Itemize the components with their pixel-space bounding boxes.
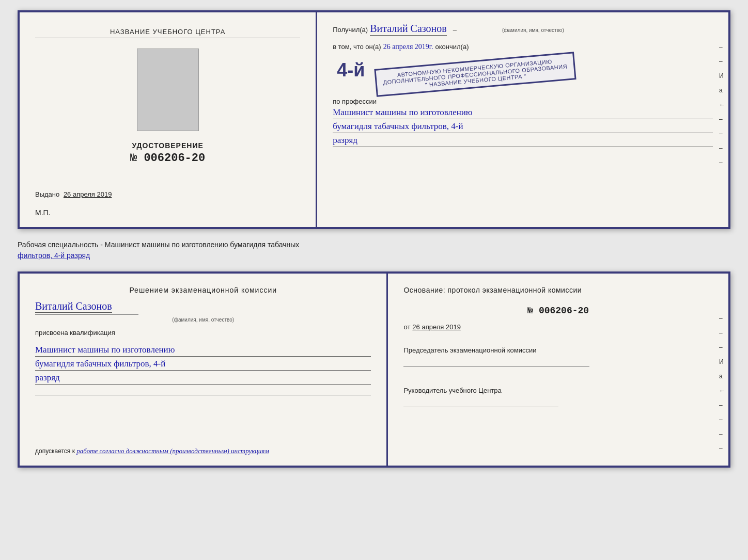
rukovoditel-block: Руководитель учебного Центра [403, 387, 713, 409]
prisvoena-label: присвоена квалификация [35, 329, 371, 337]
specialty-text1: Рабочая специальность - Машинист машины … [18, 241, 299, 249]
stamp-area: 4-й АВТОНОМНУЮ НЕКОММЕРЧЕСКУЮ ОРГАНИЗАЦИ… [333, 58, 713, 90]
ot-label: от [403, 323, 410, 331]
po-professii-label: по профессии [333, 98, 713, 105]
photo-placeholder [137, 49, 199, 131]
udostoverenie-block: УДОСТОВЕРЕНИЕ № 006206-20 [130, 141, 205, 165]
bottom-fio-name: Виталий Сазонов [35, 300, 112, 313]
protokol-number: № 006206-20 [403, 306, 713, 316]
dopuskaetsya-block: допускается к работе согласно должностны… [35, 447, 371, 455]
vydano-label: Выдано [35, 190, 59, 198]
recipient-name: Виталий Сазонов [370, 23, 447, 36]
osnovanie-label: Основание: протокол экзаменационной коми… [403, 286, 713, 294]
document-container: НАЗВАНИЕ УЧЕБНОГО ЦЕНТРА УДОСТОВЕРЕНИЕ №… [18, 10, 730, 468]
vtom-row: в том, что он(а) 26 апреля 2019г. окончи… [333, 43, 713, 51]
rukovoditel-label: Руководитель учебного Центра [403, 387, 713, 394]
qual-line1: Машинист машины по изготовлению [35, 345, 371, 357]
center-title: НАЗВАНИЕ УЧЕБНОГО ЦЕНТРА [35, 28, 300, 38]
ot-date: 26 апреля 2019 [412, 323, 461, 331]
udost-title: УДОСТОВЕРЕНИЕ [130, 141, 205, 150]
stamp-number: 4-й [333, 58, 369, 82]
vydano-date: 26 апреля 2019 [64, 190, 112, 198]
bottom-book: Решением экзаменационной комиссии Витали… [18, 271, 730, 468]
ot-row: от 26 апреля 2019 [403, 323, 713, 331]
specialty-label: Рабочая специальность - Машинист машины … [18, 237, 730, 263]
dopuskaetsya-label: допускается к [35, 447, 75, 455]
komissia-title: Решением экзаменационной комиссии [35, 286, 371, 294]
qual-line2: бумагидля табачных фильтров, 4-й [35, 359, 371, 371]
specialty-text2: фильтров, 4-й разряд [18, 251, 90, 260]
fio-subtext: (фамилия, имя, отчество) [502, 27, 564, 33]
profession-line2: бумагидля табачных фильтров, 4-й [333, 121, 713, 133]
predsedatel-block: Председатель экзаменационной комиссии [403, 346, 713, 369]
side-marks: – – И а ← – – – – [719, 43, 725, 166]
predsedatel-label: Председатель экзаменационной комиссии [403, 346, 713, 354]
stamp-block: АВТОНОМНУЮ НЕКОММЕРЧЕСКУЮ ОРГАНИЗАЦИЮ ДО… [375, 52, 576, 97]
bottom-fio-block: Виталий Сазонов (фамилия, имя, отчество) [35, 300, 371, 323]
diploma-book: НАЗВАНИЕ УЧЕБНОГО ЦЕНТРА УДОСТОВЕРЕНИЕ №… [18, 10, 730, 229]
bottom-side-marks: – – – И а ← – – – – [719, 315, 725, 452]
bottom-right-page: Основание: протокол экзаменационной коми… [388, 274, 728, 466]
profession-line1: Машинист машины по изготовлению [333, 107, 713, 119]
bottom-qualification-block: Машинист машины по изготовлению бумагидл… [35, 343, 371, 385]
mp-label: М.П. [35, 209, 51, 217]
okonchil-label: окончил(а) [435, 43, 469, 51]
vydano-line: Выдано 26 апреля 2019 [35, 190, 300, 198]
profession-block: по профессии Машинист машины по изготовл… [333, 98, 713, 147]
poluchil-label: Получил(а) [333, 26, 368, 34]
udost-number: № 006206-20 [130, 152, 205, 165]
bottom-left-page: Решением экзаменационной комиссии Витали… [20, 274, 388, 466]
protokol-num-value: № 006206-20 [527, 306, 589, 316]
dopuskaetsya-value: работе согласно должностным (производств… [76, 447, 269, 455]
qual-line3: разряд [35, 373, 371, 385]
poluchil-row: Получил(а) Виталий Сазонов – (фамилия, и… [333, 23, 713, 36]
vtom-date: 26 апреля 2019г. [383, 43, 433, 51]
diploma-left-page: НАЗВАНИЕ УЧЕБНОГО ЦЕНТРА УДОСТОВЕРЕНИЕ №… [20, 12, 317, 227]
vtom-label: в том, что он(а) [333, 43, 381, 51]
bottom-fio-subtext: (фамилия, имя, отчество) [35, 317, 371, 323]
diploma-right-page: Получил(а) Виталий Сазонов – (фамилия, и… [317, 12, 728, 227]
profession-line3: разряд [333, 135, 713, 147]
